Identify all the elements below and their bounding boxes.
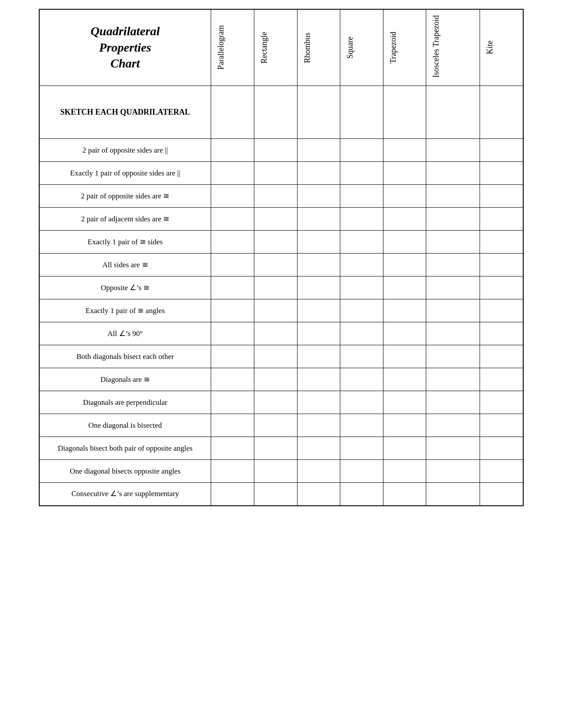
- data-cell-row8-trapezoid: [383, 299, 426, 322]
- data-cell-row12-parallelogram: [211, 391, 254, 414]
- property-label-row4: 2 pair of adjacent sides are ≅: [39, 208, 211, 231]
- data-cell-row5-rectangle: [254, 231, 297, 254]
- data-cell-row15-trapezoid: [383, 460, 426, 483]
- property-label-row3: 2 pair of opposite sides are ≅: [39, 185, 211, 208]
- title-line3: Chart: [110, 56, 140, 70]
- data-cell-row4-isosceles: [426, 208, 480, 231]
- page-wrapper: Quadrilateral Properties Chart Parallelo…: [39, 9, 524, 506]
- data-cell-row10-parallelogram: [211, 345, 254, 368]
- data-cell-row6-kite: [480, 254, 523, 276]
- property-label-row15: One diagonal bisects opposite angles: [39, 460, 211, 483]
- data-cell-row11-rhombus: [297, 368, 340, 391]
- data-cell-row4-trapezoid: [383, 208, 426, 231]
- data-cell-row11-rectangle: [254, 368, 297, 391]
- data-cell-row2-square: [340, 162, 383, 185]
- property-label-row5: Exactly 1 pair of ≅ sides: [39, 231, 211, 254]
- data-cell-row16-isosceles: [426, 483, 480, 506]
- col-header-trapezoid: Trapezoid: [383, 9, 426, 86]
- data-cell-row11-square: [340, 368, 383, 391]
- data-cell-row6-trapezoid: [383, 254, 426, 276]
- data-cell-row5-square: [340, 231, 383, 254]
- data-cell-row13-rhombus: [297, 414, 340, 437]
- data-cell-row14-kite: [480, 437, 523, 460]
- table-row: Opposite ∠’s ≅: [39, 276, 523, 299]
- property-label-row8: Exactly 1 pair of ≅ angles: [39, 299, 211, 322]
- data-cell-row2-trapezoid: [383, 162, 426, 185]
- data-cell-row1-isosceles: [426, 139, 480, 162]
- data-cell-row9-isosceles: [426, 322, 480, 345]
- data-cell-row14-parallelogram: [211, 437, 254, 460]
- data-cell-row16-square: [340, 483, 383, 506]
- data-cell-row9-rhombus: [297, 322, 340, 345]
- data-cell-row2-rhombus: [297, 162, 340, 185]
- property-label-row11: Diagonals are ≅: [39, 368, 211, 391]
- table-row: Diagonals are perpendicular: [39, 391, 523, 414]
- quadrilateral-chart: Quadrilateral Properties Chart Parallelo…: [39, 9, 524, 506]
- data-cell-row14-rhombus: [297, 437, 340, 460]
- data-cell-row1-kite: [480, 139, 523, 162]
- data-cell-row10-rhombus: [297, 345, 340, 368]
- data-cell-row16-kite: [480, 483, 523, 506]
- data-cell-row16-rhombus: [297, 483, 340, 506]
- data-cell-row13-rectangle: [254, 414, 297, 437]
- data-cell-row13-parallelogram: [211, 414, 254, 437]
- sketch-cell-isosceles-trapezoid: [426, 86, 480, 139]
- data-cell-row15-rectangle: [254, 460, 297, 483]
- property-label-row6: All sides are ≅: [39, 254, 211, 276]
- data-cell-row11-parallelogram: [211, 368, 254, 391]
- data-cell-row7-square: [340, 276, 383, 299]
- data-cell-row7-rhombus: [297, 276, 340, 299]
- data-cell-row5-parallelogram: [211, 231, 254, 254]
- data-cell-row1-square: [340, 139, 383, 162]
- data-cell-row9-rectangle: [254, 322, 297, 345]
- table-row: All sides are ≅: [39, 254, 523, 276]
- data-cell-row8-isosceles: [426, 299, 480, 322]
- property-label-row12: Diagonals are perpendicular: [39, 391, 211, 414]
- data-cell-row13-trapezoid: [383, 414, 426, 437]
- data-cell-row9-trapezoid: [383, 322, 426, 345]
- sketch-label: SKETCH EACH QUADRILATERAL: [39, 86, 211, 139]
- table-row: Consecutive ∠’s are supplementary: [39, 483, 523, 506]
- table-row: 2 pair of adjacent sides are ≅: [39, 208, 523, 231]
- data-cell-row3-trapezoid: [383, 185, 426, 208]
- data-cell-row15-rhombus: [297, 460, 340, 483]
- data-cell-row9-square: [340, 322, 383, 345]
- data-cell-row6-rhombus: [297, 254, 340, 276]
- data-cell-row8-rectangle: [254, 299, 297, 322]
- title-line1: Quadrilateral: [90, 24, 160, 38]
- data-cell-row6-square: [340, 254, 383, 276]
- data-cell-row12-rectangle: [254, 391, 297, 414]
- data-cell-row16-trapezoid: [383, 483, 426, 506]
- data-cell-row7-parallelogram: [211, 276, 254, 299]
- data-cell-row8-kite: [480, 299, 523, 322]
- property-label-row13: One diagonal is bisected: [39, 414, 211, 437]
- table-row: Diagonals bisect both pair of opposite a…: [39, 437, 523, 460]
- data-cell-row6-isosceles: [426, 254, 480, 276]
- data-cell-row10-square: [340, 345, 383, 368]
- col-header-rectangle: Rectangle: [254, 9, 297, 86]
- property-label-row14: Diagonals bisect both pair of opposite a…: [39, 437, 211, 460]
- data-cell-row5-kite: [480, 231, 523, 254]
- table-row: One diagonal bisects opposite angles: [39, 460, 523, 483]
- data-cell-row1-parallelogram: [211, 139, 254, 162]
- property-label-row2: Exactly 1 pair of opposite sides are ||: [39, 162, 211, 185]
- data-cell-row10-kite: [480, 345, 523, 368]
- data-cell-row14-trapezoid: [383, 437, 426, 460]
- data-cell-row5-rhombus: [297, 231, 340, 254]
- sketch-cell-trapezoid: [383, 86, 426, 139]
- table-row: 2 pair of opposite sides are ≅: [39, 185, 523, 208]
- data-cell-row7-trapezoid: [383, 276, 426, 299]
- data-cell-row1-rectangle: [254, 139, 297, 162]
- data-cell-row15-isosceles: [426, 460, 480, 483]
- table-row: Exactly 1 pair of ≅ angles: [39, 299, 523, 322]
- data-cell-row4-kite: [480, 208, 523, 231]
- data-cell-row15-square: [340, 460, 383, 483]
- col-header-kite: Kite: [480, 9, 523, 86]
- data-cell-row10-trapezoid: [383, 345, 426, 368]
- data-cell-row4-square: [340, 208, 383, 231]
- data-cell-row7-rectangle: [254, 276, 297, 299]
- data-cell-row3-parallelogram: [211, 185, 254, 208]
- data-cell-row5-isosceles: [426, 231, 480, 254]
- data-cell-row10-rectangle: [254, 345, 297, 368]
- data-cell-row5-trapezoid: [383, 231, 426, 254]
